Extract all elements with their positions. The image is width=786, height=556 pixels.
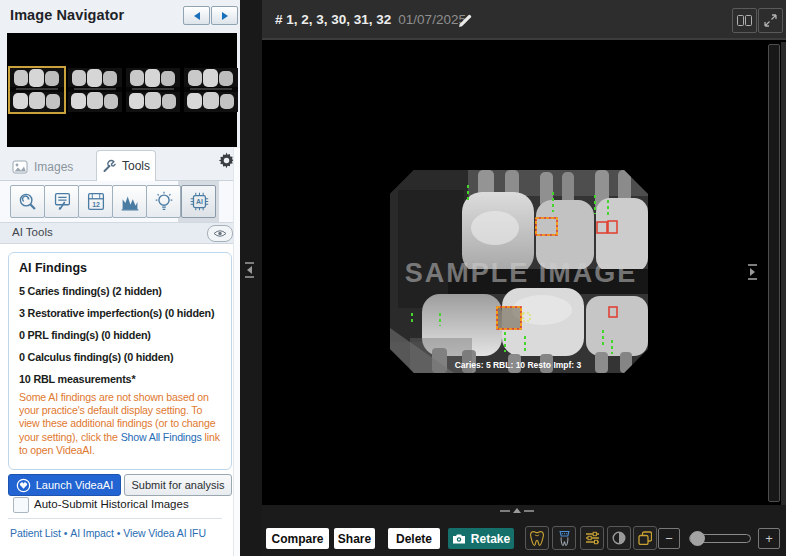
- restorative-finding-count: 3 Restorative imperfection(s) (0 hidden): [19, 307, 223, 319]
- xray-image[interactable]: SAMPLE IMAGE Caries: 5 RBL:: [390, 170, 648, 373]
- calculus-finding-count: 0 Calculus finding(s) (0 hidden): [19, 351, 223, 363]
- ai-findings-heading: AI Findings: [19, 261, 223, 275]
- submit-label: Submit for analysis: [132, 479, 225, 491]
- image-viewer: # 1, 2, 3, 30, 31, 3201/07/2025: [262, 0, 786, 556]
- crown-tooth-icon: [557, 530, 572, 547]
- tab-images-label: Images: [34, 160, 73, 174]
- thumbnail-3[interactable]: [126, 68, 180, 112]
- collapse-up-icon: [513, 508, 521, 513]
- ai-tools-section-title: AI Tools: [12, 226, 53, 238]
- footer-links: Patient List•AI Impact•View Videa AI IFU: [10, 527, 206, 539]
- share-label: Share: [338, 532, 371, 546]
- caries-finding-count: 5 Caries finding(s) (2 hidden): [19, 285, 223, 297]
- tooth-tool-button[interactable]: [525, 526, 549, 550]
- brightness-tool-button[interactable]: [146, 185, 181, 218]
- arrow-left-icon: [194, 12, 200, 20]
- tooth-numbering-tool-button[interactable]: 12: [78, 185, 113, 218]
- ai-tool-button[interactable]: AI: [181, 185, 216, 218]
- tab-tools-label: Tools: [122, 159, 150, 173]
- fullscreen-button[interactable]: [758, 8, 783, 33]
- patient-list-link[interactable]: Patient List: [10, 527, 61, 539]
- link-separator: •: [61, 527, 71, 539]
- image-icon: [12, 160, 28, 174]
- histogram-icon: [117, 190, 143, 214]
- wrench-icon: [102, 159, 116, 173]
- retake-button[interactable]: Retake: [448, 528, 514, 549]
- share-button[interactable]: Share: [334, 528, 375, 549]
- viewer-toolbar: Compare Share Delete Retake − +: [262, 505, 786, 556]
- findings-notice: Some AI findings are not shown based on …: [19, 391, 223, 457]
- zoom-in-label: +: [765, 531, 773, 546]
- collapse-left-panel-handle[interactable]: [245, 262, 254, 278]
- compare-layout-icon: [737, 15, 752, 26]
- submit-for-analysis-button[interactable]: Submit for analysis: [124, 474, 232, 496]
- contrast-tool-button[interactable]: [607, 526, 631, 550]
- histogram-tool-button[interactable]: [112, 185, 147, 218]
- annotation-tool-button[interactable]: [44, 185, 79, 218]
- delete-label: Delete: [396, 532, 432, 546]
- right-side-panel-track[interactable]: [768, 44, 780, 502]
- fullscreen-icon: [764, 14, 777, 27]
- eye-icon: [213, 229, 227, 238]
- prev-image-button[interactable]: [183, 6, 210, 25]
- tab-images[interactable]: Images: [12, 154, 73, 180]
- footer-divider: [8, 518, 222, 519]
- thumbnail-4[interactable]: [184, 68, 238, 112]
- ai-findings-card: AI Findings 5 Caries finding(s) (2 hidde…: [8, 252, 232, 470]
- contrast-icon: [612, 531, 626, 545]
- image-navigator-panel: Image Navigator Images Tools 12: [0, 0, 240, 556]
- launch-videaai-button[interactable]: Launch VideaAI: [8, 474, 121, 496]
- handle-bar: [245, 262, 254, 264]
- thumbnail-2[interactable]: [68, 68, 122, 112]
- ai-impact-link[interactable]: AI Impact: [70, 527, 113, 539]
- collapse-right-panel-handle[interactable]: [748, 264, 757, 280]
- auto-submit-checkbox[interactable]: [13, 497, 29, 513]
- auto-submit-label: Auto-Submit Historical Images: [34, 498, 189, 510]
- toggle-visibility-button[interactable]: [207, 225, 233, 242]
- collapse-toolbar-handle[interactable]: [500, 508, 534, 513]
- handle-bar: [500, 510, 510, 512]
- delete-button[interactable]: Delete: [388, 528, 440, 549]
- retake-label: Retake: [471, 532, 510, 546]
- show-all-findings-link[interactable]: Show All Findings: [121, 431, 202, 443]
- zoom-out-label: −: [665, 531, 673, 546]
- launch-videaai-label: Launch VideaAI: [36, 479, 113, 491]
- viewer-canvas[interactable]: SAMPLE IMAGE Caries: 5 RBL:: [262, 42, 786, 505]
- zoom-analysis-tool-button[interactable]: [10, 185, 45, 218]
- adjustments-tool-button[interactable]: [580, 526, 604, 550]
- xray-thumbnail-image: [68, 68, 122, 112]
- prl-finding-count: 0 PRL finding(s) (0 hidden): [19, 329, 223, 341]
- right-edge-strip: [781, 42, 786, 505]
- layers-tool-button[interactable]: [633, 526, 657, 550]
- image-date: 01/07/2025: [398, 12, 466, 27]
- layout-compare-button[interactable]: [732, 8, 757, 33]
- compare-button[interactable]: Compare: [266, 528, 329, 549]
- edit-date-button[interactable]: [458, 13, 473, 32]
- tooth-numbers-title: # 1, 2, 3, 30, 31, 3201/07/2025: [275, 12, 466, 27]
- panel-splitter[interactable]: [240, 0, 262, 556]
- zoom-slider-knob[interactable]: [690, 531, 705, 546]
- xray-thumbnail-image: [126, 68, 180, 112]
- sample-watermark: SAMPLE IMAGE: [405, 258, 638, 288]
- magnifier-icon: [15, 190, 41, 214]
- tool-icon-strip: 12 AI: [0, 181, 233, 222]
- tab-tools[interactable]: Tools: [96, 150, 156, 181]
- handle-bar: [748, 264, 757, 266]
- lightbulb-icon: [151, 190, 177, 214]
- zoom-in-button[interactable]: +: [758, 528, 780, 549]
- next-image-button[interactable]: [211, 6, 238, 25]
- crown-tool-button[interactable]: [552, 526, 576, 550]
- thumbnail-1[interactable]: [10, 68, 64, 112]
- pencil-icon: [458, 13, 473, 28]
- videaai-logo-icon: [16, 478, 31, 493]
- note-export-icon: [49, 190, 75, 214]
- arrow-right-icon: [222, 12, 228, 20]
- handle-bar: [524, 510, 534, 512]
- xray-thumbnail-image: [184, 68, 238, 112]
- tooth-icon: [529, 530, 545, 547]
- thumbnail-filmstrip: [7, 33, 237, 147]
- xray-thumbnail-image: [10, 68, 64, 112]
- svg-text:AI: AI: [196, 198, 203, 205]
- view-videa-ifu-link[interactable]: View Videa AI IFU: [123, 527, 206, 539]
- zoom-out-button[interactable]: −: [658, 528, 680, 549]
